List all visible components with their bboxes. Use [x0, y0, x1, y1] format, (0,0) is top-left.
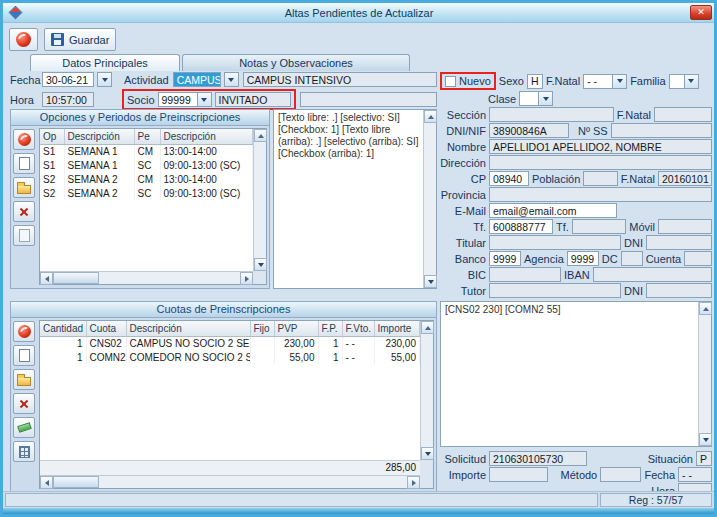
- tf2-field[interactable]: [572, 219, 626, 234]
- col-pe[interactable]: Pe: [134, 129, 160, 144]
- tf1-field[interactable]: 600888777: [489, 219, 553, 234]
- table-row[interactable]: S1SEMANA 1 CM13:00-14:00: [40, 144, 253, 158]
- table-row[interactable]: S1SEMANA 1 SC09:00-13:00 (SC): [40, 158, 253, 172]
- actividad-dropdown-icon[interactable]: [224, 72, 239, 87]
- fnatal2-field[interactable]: [654, 107, 712, 122]
- scroll-up-icon[interactable]: [699, 302, 712, 315]
- cuotas-delete-button[interactable]: [13, 393, 35, 414]
- nss-field[interactable]: [611, 123, 712, 138]
- agencia-field[interactable]: 9999: [567, 251, 599, 266]
- socio-dropdown-icon[interactable]: [197, 92, 212, 107]
- fecha-footer-field[interactable]: - -: [678, 467, 712, 482]
- scroll-left-icon[interactable]: [40, 476, 53, 489]
- hscroll-thumb[interactable]: [53, 272, 99, 284]
- titular-field[interactable]: [489, 235, 621, 250]
- seccion-field[interactable]: [489, 107, 614, 122]
- notes-vscrollbar[interactable]: [423, 110, 436, 288]
- table-row[interactable]: S2SEMANA 2 SC09:00-13:00 (SC): [40, 186, 253, 200]
- summary-textarea[interactable]: [CNS02 230] [COMN2 55]: [440, 301, 712, 447]
- col-fijo[interactable]: Fijo: [250, 321, 274, 336]
- dc-field[interactable]: [621, 251, 643, 266]
- close-button[interactable]: ✕: [690, 5, 712, 20]
- scroll-down-icon[interactable]: [254, 258, 267, 271]
- tutor-dni-field[interactable]: [646, 283, 712, 298]
- sexo-field[interactable]: H: [527, 74, 543, 89]
- solicitud-field[interactable]: 210630105730: [489, 451, 587, 466]
- hscroll-thumb[interactable]: [53, 476, 99, 488]
- col-descripcion1[interactable]: Descripción: [64, 129, 134, 144]
- tab-notas-observaciones[interactable]: Notas y Observaciones: [182, 54, 410, 71]
- opciones-delete-button[interactable]: [13, 201, 35, 222]
- table-row[interactable]: 1 CNS02 CAMPUS NO SOCIO 2 SEMANAS 230,00…: [40, 336, 420, 350]
- scroll-left-icon[interactable]: [40, 272, 53, 285]
- clase-dropdown-icon[interactable]: [538, 91, 553, 106]
- scroll-down-icon[interactable]: [421, 447, 434, 460]
- table-row[interactable]: 1 COMN2 COMEDOR NO SOCIO 2 SEMA... 55,00…: [40, 350, 420, 364]
- scroll-right-icon[interactable]: [240, 272, 253, 285]
- direccion-field[interactable]: [489, 155, 712, 170]
- familia-dropdown-icon[interactable]: [684, 74, 699, 89]
- email-field[interactable]: email@email.com: [489, 203, 617, 218]
- titlebar[interactable]: Altas Pendientes de Actualizar ✕: [3, 3, 714, 23]
- scroll-up-icon[interactable]: [421, 321, 434, 334]
- cp-field[interactable]: 08940: [489, 171, 529, 186]
- titular-dni-field[interactable]: [646, 235, 712, 250]
- hora-field[interactable]: 10:57:00: [42, 92, 94, 107]
- notes-textarea[interactable]: [Texto libre: .] [selectivo: SI] [Checkb…: [273, 109, 437, 289]
- opciones-copy-button[interactable]: [13, 225, 35, 246]
- cuotas-cancel-button[interactable]: [13, 321, 35, 342]
- socio-combo[interactable]: 99999: [158, 92, 198, 107]
- scroll-down-icon[interactable]: [424, 275, 437, 288]
- col-cuota[interactable]: Cuota: [86, 321, 126, 336]
- dni-field[interactable]: 38900846A: [489, 123, 569, 138]
- scroll-down-icon[interactable]: [699, 433, 712, 446]
- bic-field[interactable]: [489, 267, 561, 282]
- fnatal3-field[interactable]: 20160101: [658, 171, 712, 186]
- fecha-input[interactable]: 30-06-21: [42, 72, 94, 87]
- cuotas-hscrollbar[interactable]: [40, 475, 420, 488]
- cuotas-eraser-button[interactable]: [13, 417, 35, 438]
- summary-vscrollbar[interactable]: [698, 302, 711, 446]
- familia-combo[interactable]: [669, 74, 685, 89]
- importe-field[interactable]: [489, 467, 548, 482]
- tutor-field[interactable]: [489, 283, 621, 298]
- cuotas-calc-button[interactable]: [13, 441, 35, 462]
- scroll-up-icon[interactable]: [424, 110, 437, 123]
- fecha-dropdown-icon[interactable]: [97, 72, 112, 87]
- exit-button[interactable]: [9, 28, 38, 51]
- cuotas-vscrollbar[interactable]: [420, 321, 433, 460]
- iban-field[interactable]: [593, 267, 712, 282]
- cuotas-new-button[interactable]: [13, 345, 35, 366]
- socio-extra-field[interactable]: [300, 92, 437, 107]
- clase-combo[interactable]: [519, 91, 539, 106]
- actividad-combo[interactable]: CAMPUS: [173, 72, 221, 87]
- opciones-cancel-button[interactable]: [13, 129, 35, 150]
- socio-name-field[interactable]: INVITADO: [215, 92, 291, 107]
- banco-field[interactable]: 9999: [489, 251, 521, 266]
- scroll-up-icon[interactable]: [254, 129, 267, 142]
- opciones-vscrollbar[interactable]: [253, 129, 266, 271]
- col-fp[interactable]: F.P.: [318, 321, 342, 336]
- col-fvto[interactable]: F.Vto.: [342, 321, 374, 336]
- col-cantidad[interactable]: Cantidad: [40, 321, 86, 336]
- col-descripcion2[interactable]: Descripción: [160, 129, 253, 144]
- scroll-right-icon[interactable]: [407, 476, 420, 489]
- col-importe[interactable]: Importe: [374, 321, 420, 336]
- col-op[interactable]: Op: [40, 129, 64, 144]
- nombre-field[interactable]: APELLIDO1 APELLIDO2, NOMBRE: [489, 139, 712, 154]
- cuenta-field[interactable]: [684, 251, 712, 266]
- fnatal-field[interactable]: - -: [583, 74, 613, 89]
- fnatal-dropdown-icon[interactable]: [612, 74, 627, 89]
- table-row[interactable]: S2SEMANA 2 CM13:00-14:00: [40, 172, 253, 186]
- situacion-field[interactable]: P: [696, 451, 712, 466]
- col-descripcion[interactable]: Descripción: [126, 321, 250, 336]
- tab-datos-principales[interactable]: Datos Principales: [30, 54, 180, 71]
- opciones-hscrollbar[interactable]: [40, 271, 253, 284]
- cuotas-edit-button[interactable]: [13, 369, 35, 390]
- col-pvp[interactable]: PVP: [274, 321, 318, 336]
- movil-field[interactable]: [658, 219, 712, 234]
- provincia-field[interactable]: [489, 187, 712, 202]
- actividad-name-field[interactable]: CAMPUS INTENSIVO: [243, 72, 437, 87]
- opciones-new-button[interactable]: [13, 153, 35, 174]
- metodo-field[interactable]: [600, 467, 641, 482]
